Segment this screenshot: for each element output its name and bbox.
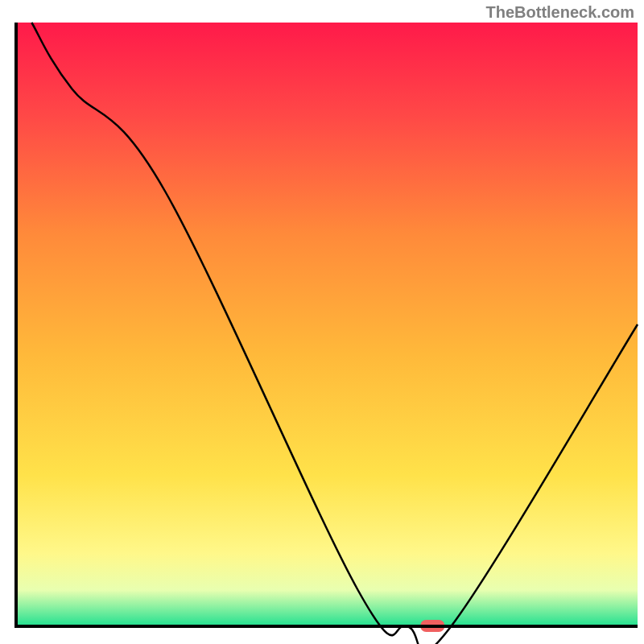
plot-background <box>16 23 638 626</box>
bottleneck-chart <box>0 0 644 644</box>
chart-container: TheBottleneck.com <box>0 0 644 644</box>
watermark-text: TheBottleneck.com <box>486 3 634 22</box>
